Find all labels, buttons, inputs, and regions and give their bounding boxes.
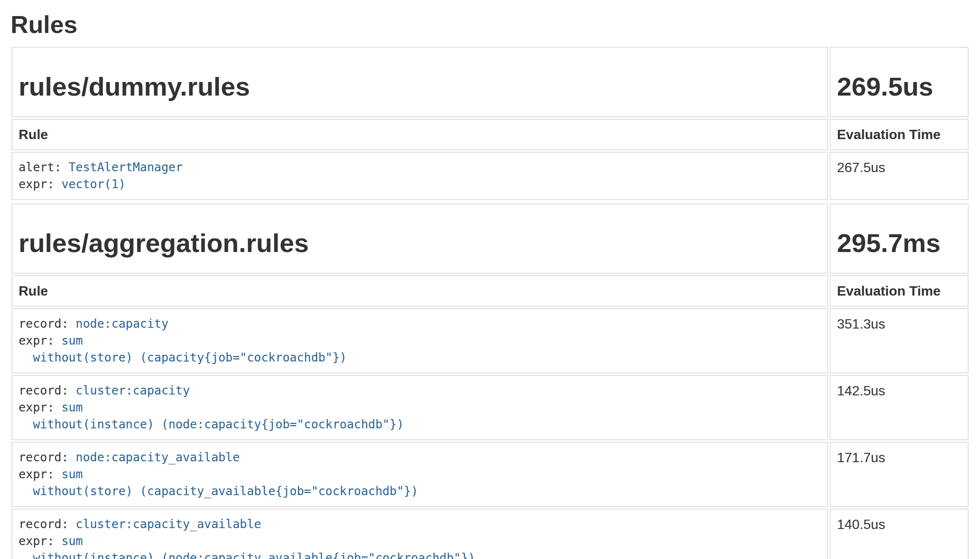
rule-definition-cell: record: cluster:capacity_available expr:…: [11, 509, 828, 559]
rule-column-header: Rule: [11, 119, 828, 150]
record-keyword: record:: [19, 384, 76, 397]
rule-code: record: cluster:capacity expr: sum witho…: [19, 382, 821, 433]
group-evaluation-time-cell: 269.5us: [830, 47, 969, 117]
rule-code: record: cluster:capacity_available expr:…: [19, 516, 821, 559]
group-evaluation-time-cell: 295.7ms: [830, 203, 969, 274]
rule-code: record: node:capacity expr: sum without(…: [19, 315, 821, 366]
rule-definition-cell: record: node:capacity expr: sum without(…: [11, 308, 828, 373]
rule-row: record: node:capacity_available expr: su…: [11, 442, 969, 507]
rule-row: alert: TestAlertManager expr: vector(1) …: [11, 152, 969, 200]
rule-code: record: node:capacity_available expr: su…: [19, 449, 821, 500]
record-keyword: record:: [19, 450, 76, 464]
rule-name-link[interactable]: node:capacity_available: [76, 450, 240, 464]
rule-evaluation-time: 171.7us: [830, 442, 969, 507]
expr-keyword: expr:: [19, 334, 61, 348]
rule-expression-link[interactable]: sum without(instance) (node:capacity{job…: [19, 400, 404, 431]
evaluation-time-column-header: Evaluation Time: [830, 119, 969, 150]
expr-keyword: expr:: [19, 177, 61, 191]
column-header-row: Rule Evaluation Time: [11, 119, 969, 150]
rule-expression-link[interactable]: sum without(instance) (node:capacity_ava…: [19, 534, 475, 559]
rules-group-table-aggregation: rules/aggregation.rules 295.7ms Rule Eva…: [10, 202, 970, 559]
rule-code: alert: TestAlertManager expr: vector(1): [19, 159, 821, 193]
evaluation-time-column-header: Evaluation Time: [830, 275, 969, 307]
rule-definition-cell: record: node:capacity_available expr: su…: [11, 442, 828, 507]
record-keyword: record:: [19, 317, 76, 331]
rule-evaluation-time: 351.3us: [830, 308, 969, 373]
expr-keyword: expr:: [19, 534, 61, 548]
rules-group-table-dummy: rules/dummy.rules 269.5us Rule Evaluatio…: [10, 45, 970, 202]
rule-definition-cell: record: cluster:capacity expr: sum witho…: [11, 375, 828, 440]
group-header-row: rules/aggregation.rules 295.7ms: [11, 203, 969, 274]
rule-row: record: cluster:capacity_available expr:…: [11, 509, 969, 559]
group-evaluation-time: 295.7ms: [837, 229, 961, 258]
expr-keyword: expr:: [19, 400, 61, 414]
expr-keyword: expr:: [19, 467, 61, 481]
rule-definition-cell: alert: TestAlertManager expr: vector(1): [11, 152, 828, 200]
group-file-cell: rules/aggregation.rules: [11, 203, 828, 274]
rule-name-link[interactable]: cluster:capacity_available: [76, 517, 261, 531]
evaluation-time-column-header-label: Evaluation Time: [837, 127, 941, 142]
rule-row: record: node:capacity expr: sum without(…: [11, 308, 969, 373]
rule-evaluation-time: 267.5us: [830, 152, 969, 200]
group-evaluation-time: 269.5us: [837, 72, 961, 101]
group-header-row: rules/dummy.rules 269.5us: [11, 47, 969, 117]
rule-name-link[interactable]: TestAlertManager: [69, 160, 183, 174]
column-header-row: Rule Evaluation Time: [11, 275, 969, 307]
rule-expression-link[interactable]: sum without(store) (capacity{job="cockro…: [19, 334, 347, 364]
rule-expression-link[interactable]: sum without(store) (capacity_available{j…: [19, 467, 418, 498]
group-file-cell: rules/dummy.rules: [11, 47, 828, 117]
rules-page: { "page": { "title": "Rules" }, "column_…: [0, 0, 980, 559]
rule-evaluation-time: 140.5us: [830, 509, 969, 559]
rule-keyword: alert:: [19, 160, 69, 174]
rule-column-header-label: Rule: [19, 127, 48, 142]
rule-name-link[interactable]: node:capacity: [76, 317, 168, 331]
record-keyword: record:: [19, 517, 76, 531]
group-file-name: rules/dummy.rules: [19, 72, 821, 101]
evaluation-time-column-header-label: Evaluation Time: [837, 283, 941, 299]
rule-name-link[interactable]: cluster:capacity: [76, 384, 190, 397]
rule-evaluation-time: 142.5us: [830, 375, 969, 440]
page-title: Rules: [11, 11, 970, 38]
rule-expression-link[interactable]: vector(1): [61, 177, 126, 191]
rule-row: record: cluster:capacity expr: sum witho…: [11, 375, 969, 440]
group-file-name: rules/aggregation.rules: [19, 229, 821, 258]
rule-column-header-label: Rule: [19, 283, 48, 299]
rule-column-header: Rule: [11, 275, 828, 307]
